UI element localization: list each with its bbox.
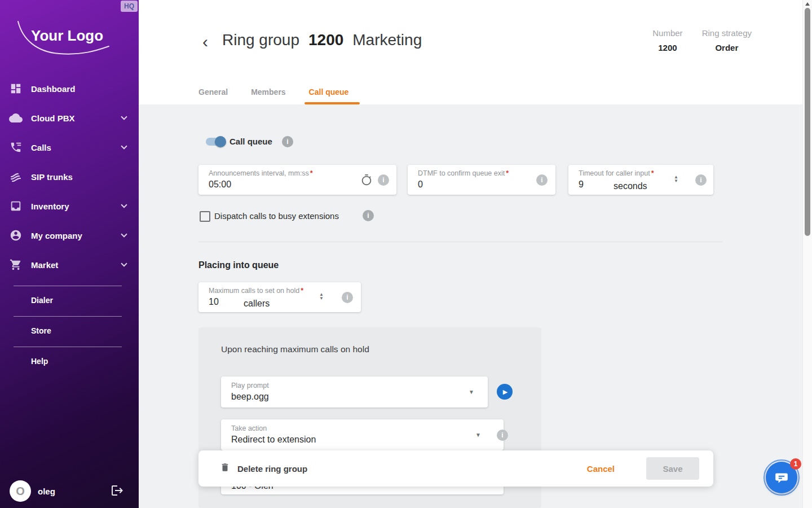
title-name: Marketing <box>352 31 422 49</box>
field-label: Take action <box>231 424 495 432</box>
sidebar-item-inventory[interactable]: Inventory <box>0 191 139 221</box>
sidebar-item-dashboard[interactable]: Dashboard <box>0 74 139 103</box>
placing-heading: Placing into queue <box>198 260 279 270</box>
call-queue-toggle-label: Call queue <box>230 137 272 146</box>
section-divider <box>198 242 722 242</box>
logo-text: Your Logo <box>31 27 103 45</box>
play-prompt-select[interactable]: Play prompt beep.ogg ▼ <box>221 376 488 408</box>
required-mark: * <box>301 287 303 295</box>
chat-widget: 1 <box>764 459 802 498</box>
cloud-icon <box>9 111 23 125</box>
delete-label: Delete ring group <box>237 464 307 474</box>
field-label: DTMF to confirm queue exit* <box>418 169 546 177</box>
sidebar-item-label: Help <box>31 357 139 366</box>
header-meta: Number 1200 Ring strategy Order <box>652 28 752 52</box>
tab-label: Call queue <box>309 87 349 97</box>
meta-value: 1200 <box>658 43 677 52</box>
info-icon[interactable]: i <box>695 174 707 186</box>
scrollbar[interactable] <box>802 0 812 508</box>
sidebar-item-label: SIP trunks <box>31 172 73 182</box>
timer-icon[interactable] <box>360 174 373 189</box>
chevron-down-icon <box>121 113 127 120</box>
meta-ring-strategy: Ring strategy Order <box>702 28 752 52</box>
info-icon[interactable]: i <box>342 292 353 303</box>
main-content: ‹ Ring group 1200 Marketing Number 1200 … <box>139 0 802 508</box>
active-tab-underline <box>304 102 360 104</box>
sidebar-item-dialer[interactable]: Dialer <box>0 286 139 316</box>
dashboard-icon <box>9 82 23 95</box>
sip-trunks-icon <box>9 170 23 183</box>
phone-icon <box>9 141 23 154</box>
field-label: Maximum calls to set on hold* <box>209 287 352 295</box>
scroll-up-icon[interactable] <box>805 2 810 6</box>
person-icon <box>9 229 23 242</box>
chat-bubble-icon <box>774 470 789 485</box>
number-stepper[interactable]: ▲ ▼ <box>674 175 678 183</box>
number-stepper[interactable]: ▲ ▼ <box>319 292 324 300</box>
meta-label: Number <box>652 28 682 38</box>
required-mark: * <box>310 169 313 177</box>
dropdown-caret-icon[interactable]: ▼ <box>475 432 481 438</box>
field-value[interactable]: 0 <box>418 179 546 190</box>
sidebar-item-sip-trunks[interactable]: SIP trunks <box>0 162 139 191</box>
chat-unread-badge: 1 <box>790 458 801 470</box>
sidebar-item-store[interactable]: Store <box>0 316 139 347</box>
sidebar-item-label: My company <box>31 231 82 240</box>
sidebar-item-label: Dialer <box>31 296 139 305</box>
sidebar-item-market[interactable]: Market <box>0 250 139 279</box>
tab-general[interactable]: General <box>198 79 228 104</box>
dtmf-field[interactable]: DTMF to confirm queue exit* 0 i <box>408 165 555 195</box>
meta-label: Ring strategy <box>702 28 752 38</box>
select-value[interactable]: Redirect to extension <box>231 435 495 445</box>
avatar[interactable]: O <box>10 480 31 502</box>
play-prompt-button[interactable]: ▶ <box>497 384 513 400</box>
tab-bar: General Members Call queue <box>198 79 372 104</box>
max-calls-field[interactable]: Maximum calls to set on hold* 10 callers… <box>198 282 361 312</box>
logout-icon[interactable] <box>111 484 124 497</box>
back-button[interactable]: ‹ <box>198 32 212 52</box>
sidebar-item-label: Calls <box>31 143 51 152</box>
sidebar-item-label: Dashboard <box>31 84 75 94</box>
sidebar: HQ Your Logo Dashboard Cloud PBX Calls <box>0 0 139 508</box>
sidebar-item-cloud-pbx[interactable]: Cloud PBX <box>0 103 139 133</box>
field-unit: seconds <box>614 181 647 191</box>
toggle-knob <box>215 136 226 147</box>
announcements-interval-field[interactable]: Announcements interval, mm:ss* 05:00 i <box>198 165 396 195</box>
tab-call-queue[interactable]: Call queue <box>309 79 349 104</box>
info-icon[interactable]: i <box>363 210 374 221</box>
field-label: Timeout for caller input* <box>579 169 704 177</box>
delete-ring-group-button[interactable]: Delete ring group <box>220 462 307 475</box>
dropdown-caret-icon[interactable]: ▼ <box>469 389 474 395</box>
select-value[interactable]: beep.ogg <box>231 392 479 402</box>
cancel-button[interactable]: Cancel <box>587 464 615 474</box>
sidebar-item-my-company[interactable]: My company <box>0 221 139 250</box>
field-value[interactable]: 10 <box>209 297 352 307</box>
user-row: O oleg <box>0 477 139 505</box>
chevron-down-icon <box>121 231 127 237</box>
tab-members[interactable]: Members <box>251 79 285 104</box>
app-root: HQ Your Logo Dashboard Cloud PBX Calls <box>0 0 812 508</box>
sidebar-item-calls[interactable]: Calls <box>0 133 139 162</box>
stepper-down-icon[interactable]: ▼ <box>674 179 678 183</box>
call-queue-toggle[interactable] <box>206 138 225 146</box>
scrollbar-thumb[interactable] <box>805 8 810 236</box>
info-icon[interactable]: i <box>536 174 548 186</box>
logo: Your Logo <box>11 17 124 68</box>
sidebar-item-label: Market <box>31 260 58 270</box>
field-unit: callers <box>244 299 270 309</box>
sidebar-item-help[interactable]: Help <box>0 347 139 377</box>
save-button[interactable]: Save <box>646 457 699 480</box>
required-mark: * <box>651 169 654 177</box>
chevron-down-icon <box>121 260 127 266</box>
info-icon[interactable]: i <box>378 174 389 186</box>
meta-value: Order <box>715 43 738 52</box>
inventory-icon <box>9 199 23 213</box>
timeout-field[interactable]: Timeout for caller input* 9 seconds ▲ ▼ … <box>568 165 713 195</box>
info-icon[interactable]: i <box>282 136 293 147</box>
stepper-down-icon[interactable]: ▼ <box>319 296 324 300</box>
info-icon[interactable]: i <box>497 430 508 441</box>
dispatch-busy-checkbox[interactable] <box>200 211 210 222</box>
tab-label: Members <box>251 87 285 97</box>
page-title: Ring group 1200 Marketing <box>222 31 422 49</box>
take-action-select[interactable]: Take action Redirect to extension ▼ i <box>221 419 504 450</box>
